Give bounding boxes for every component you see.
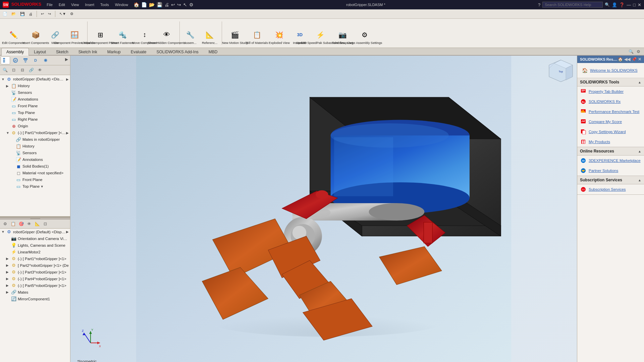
ft-item-top-plane2[interactable]: ▭ Top Plane ▼: [0, 183, 70, 190]
lpi-filter[interactable]: ⊡: [10, 66, 17, 74]
rp-tools-header[interactable]: SOLIDWORKS Tools ▲: [577, 78, 644, 86]
ribbon-new-motion-study[interactable]: 🎬 New Motion Study: [224, 28, 246, 46]
lpi-lower-2[interactable]: 📋: [9, 220, 17, 228]
open-doc-icon[interactable]: 📂: [149, 2, 155, 7]
save-button[interactable]: 💾: [19, 11, 26, 17]
ft-part2-expand[interactable]: ▶: [6, 263, 11, 267]
tab-evaluate[interactable]: Evaluate: [126, 48, 152, 56]
new-doc-icon[interactable]: 📄: [141, 2, 147, 7]
menu-tools[interactable]: Tools: [98, 2, 112, 7]
lpi-lower-4[interactable]: 👁: [25, 220, 33, 228]
open-button[interactable]: 📂: [10, 11, 17, 17]
rp-home-icon[interactable]: 🏠: [618, 57, 623, 62]
menu-edit[interactable]: Edit: [56, 2, 68, 7]
minimize-icon[interactable]: —: [627, 2, 631, 7]
viewport-settings-icon[interactable]: ⚙: [636, 49, 641, 54]
redo-button[interactable]: ↪: [47, 11, 52, 17]
lpi-lower-1[interactable]: ⚙: [1, 220, 9, 228]
lpi-search[interactable]: 🔍: [1, 66, 9, 74]
close-icon[interactable]: ✕: [638, 2, 641, 7]
tab-mbd[interactable]: MBD: [204, 48, 223, 56]
ft-item-part3[interactable]: ▶ ⚙ (-) [ Part3^robotGripper ]<1>: [0, 269, 70, 276]
lpi-lower-5[interactable]: 📐: [34, 220, 41, 228]
nav-cube[interactable]: Top: [547, 58, 574, 85]
rp-pin-icon[interactable]: 📌: [632, 57, 637, 62]
tab-layout[interactable]: Layout: [29, 48, 51, 56]
rp-copy-settings[interactable]: Copy Settings Wizard: [577, 127, 644, 137]
rp-subscription-header[interactable]: Subscription Services ▲: [577, 176, 644, 184]
ft-item-history[interactable]: ▶ 📋 History: [0, 82, 70, 89]
lp-tab-property-manager[interactable]: P: [11, 56, 20, 64]
lp-tab-dim-expert[interactable]: D: [31, 56, 40, 64]
options-icon[interactable]: ⚙: [189, 2, 194, 7]
help-question-icon[interactable]: ❓: [619, 2, 625, 7]
ft-item-annotations[interactable]: 📝 Annotations: [0, 96, 70, 103]
ft-item-material[interactable]: ◻ Material <not specified>: [0, 170, 70, 176]
rp-x-icon[interactable]: ✕: [638, 57, 641, 62]
ribbon-linear-pattern[interactable]: ⊞ Linear Component Pattern: [90, 28, 111, 46]
select-filter-button[interactable]: ↖▼: [58, 11, 67, 17]
ribbon-large-assembly-settings[interactable]: ⚙ Large Assembly Settings: [354, 28, 375, 46]
ft-root-expand[interactable]: ▼: [1, 77, 6, 81]
ribbon-edit-component[interactable]: ✏️ Edit Component: [3, 28, 24, 46]
rp-subscription-services[interactable]: SS Subscription Services: [577, 184, 644, 194]
ft-item-orientation[interactable]: 📷 Orientation and Camera Views: [0, 235, 70, 242]
new-button[interactable]: 📄: [1, 11, 9, 17]
lpi-lower-3[interactable]: 🎯: [17, 220, 25, 228]
ft-item-lights[interactable]: 💡 Lights, Cameras and Scene: [0, 242, 70, 249]
ft-part4-expand[interactable]: ▶: [6, 277, 11, 281]
select-icon[interactable]: ↖: [183, 2, 187, 7]
menu-file[interactable]: File: [44, 2, 55, 7]
ft-root-scroll-right[interactable]: ▶: [66, 77, 69, 81]
ft-item-mates[interactable]: ▶ 🔗 Mates: [0, 289, 70, 296]
ribbon-exploded-view[interactable]: 💥 Exploded View: [268, 28, 290, 46]
ribbon-assembly[interactable]: 🔧 Assem...: [182, 28, 199, 46]
view-filter-icon[interactable]: 🔍: [628, 49, 635, 54]
print-icon[interactable]: 🖨: [164, 2, 169, 7]
rp-3dexperience[interactable]: 3D 3DEXPERIENCE Marketplace: [577, 156, 644, 166]
menu-window[interactable]: Window: [112, 2, 131, 7]
undo-icon[interactable]: ↩: [171, 2, 175, 7]
ft-part3-expand[interactable]: ▶: [6, 270, 11, 274]
tab-sketch[interactable]: Sketch: [51, 48, 73, 56]
ribbon-update-speedpak[interactable]: ⚡ Update SpeedPak Subassemblies: [310, 28, 331, 46]
ft-item-part1[interactable]: ▼ ⚙ (-) [ Part1^robotGripper ]<1> ( ▶: [0, 129, 70, 136]
ft-item-origin[interactable]: ⊕ Origin: [0, 123, 70, 129]
lp-tab-feature-tree[interactable]: [1, 56, 10, 64]
ft-part5-expand[interactable]: ▶: [6, 284, 11, 287]
ft-root2-expand[interactable]: ▼: [1, 230, 6, 234]
ft-history-expand[interactable]: ▶: [6, 84, 11, 88]
lpi-link[interactable]: 🔗: [28, 66, 35, 74]
ribbon-smart-fasteners[interactable]: 🔩 Smart Fasteners: [112, 28, 133, 46]
ft-mates2-expand[interactable]: ▶: [6, 290, 11, 294]
ft-root2-scroll[interactable]: ▶: [66, 230, 69, 234]
ft-item-right-plane[interactable]: ▭ Right Plane: [0, 116, 70, 123]
lpi-lower-6[interactable]: ⊡: [42, 220, 49, 228]
ribbon-reference[interactable]: 📐 Referenc...: [200, 28, 220, 46]
redo-icon[interactable]: ↪: [177, 2, 181, 7]
ft-item-top-plane[interactable]: ▭ Top Plane: [0, 109, 70, 116]
save-icon[interactable]: 💾: [157, 2, 162, 7]
ft-item-part5[interactable]: ▶ ⚙ (-) [ Part5^robotGripper ]<1>: [0, 282, 70, 289]
tab-assembly[interactable]: Assembly: [1, 48, 29, 56]
ft-part1-scroll[interactable]: ▶: [66, 131, 69, 135]
rp-benchmark[interactable]: Performance Benchmark Test: [577, 107, 644, 117]
user-icon[interactable]: 👤: [612, 2, 617, 7]
menu-view[interactable]: View: [68, 2, 82, 7]
viewport[interactable]: *Isometric Z X Y: [70, 56, 577, 362]
ft-item-sensors2[interactable]: 📡 Sensors: [0, 149, 70, 156]
ft-item-history2[interactable]: 📋 History: [0, 143, 70, 149]
ft-item-sensors[interactable]: 📡 Sensors: [0, 89, 70, 96]
rp-partner-solutions[interactable]: 🤝 Partner Solutions: [577, 166, 644, 176]
panel-collapse-button[interactable]: ▶: [64, 56, 69, 64]
lpi-eye[interactable]: 👁: [36, 66, 44, 74]
rp-sw-rx[interactable]: Rx SOLIDWORKS Rx: [577, 97, 644, 107]
ft-item-part1b[interactable]: ▶ ⚙ (-) [ Part1^robotGripper ]<1>: [0, 255, 70, 262]
menu-insert[interactable]: Insert: [83, 2, 97, 7]
search-input[interactable]: [542, 2, 603, 8]
rp-close-panel-icon[interactable]: ◀◀: [624, 57, 630, 62]
ribbon-bill-of-materials[interactable]: 📋 Bill of Materials: [246, 28, 268, 46]
rp-property-tab-builder[interactable]: Property Tab Builder: [577, 86, 644, 97]
ft-item-mirror-component[interactable]: 🔄 MirrorComponent1: [0, 296, 70, 302]
rp-compare-score[interactable]: Compare My Score: [577, 117, 644, 127]
